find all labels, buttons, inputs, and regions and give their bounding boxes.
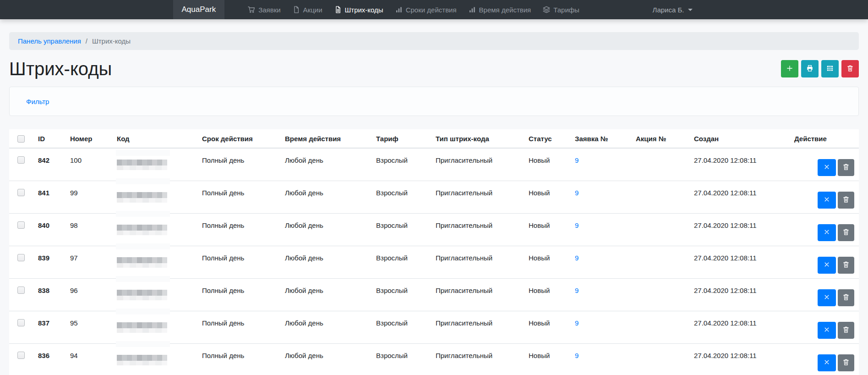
cell-term: Полный день: [197, 246, 280, 278]
nav-item-label: Время действия: [479, 6, 531, 14]
row-checkbox[interactable]: [17, 352, 25, 359]
cell-time: Любой день: [280, 246, 371, 278]
cell-number: 97: [66, 246, 112, 278]
top-navbar: AquaPark ЗаявкиАкцииШтрих-кодыСроки дейс…: [0, 0, 868, 19]
cell-type: Пригласительный: [431, 246, 524, 278]
x-icon: [823, 261, 830, 270]
cancel-barcode-button[interactable]: [818, 322, 836, 339]
censored-code-shadow: [117, 263, 167, 268]
cell-term: Полный день: [197, 181, 280, 213]
nav-item-5[interactable]: Тарифы: [537, 0, 585, 19]
request-link[interactable]: 9: [575, 221, 579, 229]
delete-row-button[interactable]: [838, 224, 854, 241]
row-actions: [794, 354, 854, 371]
cell-created: 27.04.2020 12:08:11: [689, 311, 790, 343]
columns-button[interactable]: [821, 60, 839, 77]
censored-code-shadow: [117, 361, 167, 365]
bar-chart-icon: [395, 6, 403, 13]
column-header-9: Акция №: [631, 129, 689, 148]
cancel-barcode-button[interactable]: [818, 354, 836, 371]
user-menu[interactable]: Лариса Б.: [650, 0, 695, 19]
request-link[interactable]: 9: [575, 352, 579, 359]
cell-created: 27.04.2020 12:08:11: [689, 278, 790, 311]
nav-item-label: Акции: [303, 6, 322, 14]
cell-type: Пригласительный: [431, 311, 524, 343]
filter-toggle-link[interactable]: Фильтр: [26, 98, 49, 105]
cell-request: 9: [570, 311, 631, 343]
row-checkbox[interactable]: [17, 254, 25, 261]
request-link[interactable]: 9: [575, 319, 579, 327]
cell-request: 9: [570, 181, 631, 213]
cell-tariff: Взрослый: [371, 278, 431, 311]
cell-tariff: Взрослый: [371, 213, 431, 246]
request-link[interactable]: 9: [575, 156, 579, 164]
cell-actions: [790, 148, 859, 181]
censored-code: [117, 160, 167, 165]
cell-type: Пригласительный: [431, 278, 524, 311]
column-header-3: Срок действия: [197, 129, 280, 148]
censored-code: [117, 225, 167, 231]
cell-request: 9: [570, 343, 631, 375]
censored-code: [117, 322, 167, 328]
x-icon: [823, 326, 830, 335]
row-checkbox[interactable]: [17, 287, 25, 294]
grid-icon: [826, 65, 834, 73]
cancel-barcode-button[interactable]: [818, 257, 836, 274]
delete-row-button[interactable]: [838, 257, 854, 274]
cell-status: Новый: [524, 148, 570, 181]
cancel-barcode-button[interactable]: [818, 192, 836, 209]
cell-type: Пригласительный: [431, 181, 524, 213]
row-checkbox[interactable]: [17, 221, 25, 229]
row-actions: [794, 159, 854, 176]
cell-number: 99: [66, 181, 112, 213]
censored-code-shadow: [117, 231, 167, 235]
add-button[interactable]: [781, 60, 798, 77]
request-link[interactable]: 9: [575, 189, 579, 197]
nav-item-0[interactable]: Заявки: [242, 0, 286, 19]
delete-button[interactable]: [841, 60, 859, 77]
cancel-barcode-button[interactable]: [818, 289, 836, 306]
cell-time: Любой день: [280, 278, 371, 311]
nav-item-2[interactable]: Штрих-коды: [328, 0, 389, 19]
column-header-8: Заявка №: [570, 129, 631, 148]
cancel-barcode-button[interactable]: [818, 159, 836, 176]
nav-item-1[interactable]: Акции: [287, 0, 328, 19]
nav-item-3[interactable]: Сроки действия: [389, 0, 463, 19]
cell-code: [112, 213, 197, 246]
navbar-container: AquaPark ЗаявкиАкцииШтрих-кодыСроки дейс…: [173, 0, 695, 19]
row-select-cell: [9, 311, 33, 343]
cancel-barcode-button[interactable]: [818, 224, 836, 241]
cell-created: 27.04.2020 12:08:11: [689, 343, 790, 375]
row-actions: [794, 257, 854, 274]
censored-code-cover: [116, 211, 170, 217]
delete-row-button[interactable]: [838, 159, 854, 176]
nav-item-4[interactable]: Время действия: [463, 0, 537, 19]
nav-item-label: Тарифы: [553, 6, 579, 14]
cell-time: Любой день: [280, 213, 371, 246]
request-link[interactable]: 9: [575, 254, 579, 262]
trash-icon: [842, 261, 850, 270]
column-header-4: Время действия: [280, 129, 371, 148]
delete-row-button[interactable]: [838, 322, 854, 339]
table-row: 842100Полный деньЛюбой деньВзрослыйПригл…: [9, 148, 859, 181]
cell-tariff: Взрослый: [371, 148, 431, 181]
delete-row-button[interactable]: [838, 192, 854, 209]
cell-promo: [631, 343, 689, 375]
censored-code-cover: [116, 309, 170, 314]
select-all-checkbox[interactable]: [17, 135, 25, 143]
cell-time: Любой день: [280, 148, 371, 181]
delete-row-button[interactable]: [838, 354, 854, 371]
request-link[interactable]: 9: [575, 287, 579, 294]
x-icon: [823, 358, 830, 367]
column-header-5: Тариф: [371, 129, 431, 148]
cell-number: 100: [66, 148, 112, 181]
row-checkbox[interactable]: [17, 156, 25, 164]
breadcrumb-root-link[interactable]: Панель управления: [18, 37, 81, 45]
print-button[interactable]: [801, 60, 819, 77]
brand-link[interactable]: AquaPark: [173, 0, 225, 19]
row-checkbox[interactable]: [17, 319, 25, 326]
censored-code-shadow: [117, 165, 167, 170]
row-checkbox[interactable]: [17, 189, 25, 196]
delete-row-button[interactable]: [838, 289, 854, 306]
cell-created: 27.04.2020 12:08:11: [689, 181, 790, 213]
